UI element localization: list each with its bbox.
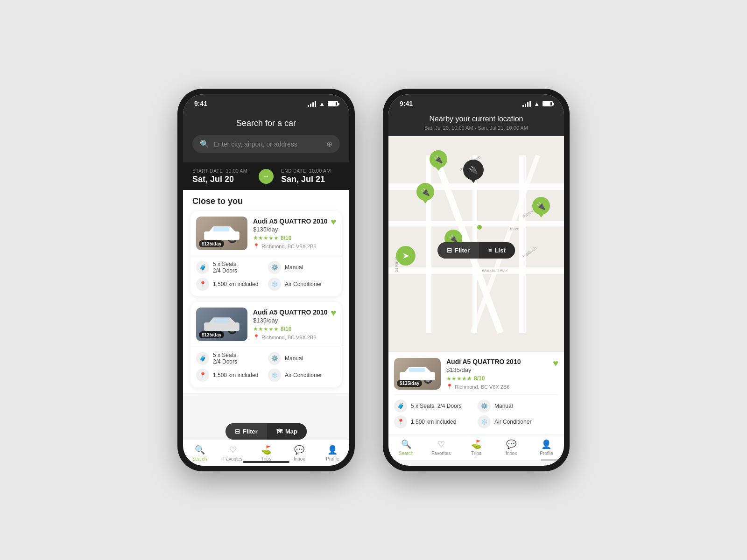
nav-favorites-2[interactable]: ♡ Favorites bbox=[423, 434, 458, 460]
start-date-block[interactable]: START DATE 10:00 AM Sat, Jul 20 bbox=[192, 168, 251, 184]
svg-rect-11 bbox=[204, 322, 240, 331]
car-card-2[interactable]: $135/day Audi A5 QUATTRO 2010 $135/day ★… bbox=[190, 302, 342, 387]
nav-inbox-2[interactable]: 💬 Inbox bbox=[494, 434, 529, 460]
spec-seats-1: 🧳 5 x Seats,2/4 Doors bbox=[196, 261, 264, 274]
signal-bar-2 bbox=[310, 104, 311, 107]
card-image: $135/day bbox=[394, 358, 441, 390]
map-pin-bubble-1: 🔌 bbox=[430, 150, 447, 168]
car-price-badge-1: $135/day bbox=[199, 240, 224, 247]
signal-bar-2-3 bbox=[527, 102, 529, 107]
transmission-icon: ⚙️ bbox=[268, 261, 281, 274]
spec-transmission-2: ⚙️ Manual bbox=[268, 352, 336, 365]
car-rating-num-2: 8/10 bbox=[281, 326, 291, 332]
map-location-button[interactable]: ➤ bbox=[396, 246, 416, 266]
card-favorite-icon[interactable]: ♥ bbox=[553, 358, 558, 390]
car-price-badge-2: $135/day bbox=[199, 331, 224, 338]
map-pin-3[interactable]: 🔌 bbox=[463, 160, 484, 180]
battery-fill bbox=[329, 102, 336, 105]
filter-label-map: Filter bbox=[455, 247, 470, 254]
search-input-wrap[interactable]: 🔍 Enter city, airport, or address ⊕ bbox=[192, 135, 340, 153]
car-rating-num-1: 8/10 bbox=[281, 235, 291, 241]
nav-profile-label-1: Profile bbox=[326, 456, 339, 462]
car-card-top-2: $135/day Audi A5 QUATTRO 2010 $135/day ★… bbox=[190, 302, 342, 347]
bottom-toolbar[interactable]: ⊟ Filter 🗺 Map bbox=[226, 423, 307, 440]
map-dot bbox=[477, 225, 482, 230]
spec-ac-text-2: Air Conditioner bbox=[285, 372, 322, 378]
date-section[interactable]: START DATE 10:00 AM Sat, Jul 20 → END DA… bbox=[183, 162, 349, 190]
car-list-section: Close to you bbox=[183, 190, 349, 393]
map-pin-1[interactable]: 🔌 bbox=[430, 150, 447, 168]
ac-icon-2: ❄️ bbox=[268, 369, 281, 382]
signal-bar-1 bbox=[308, 105, 309, 107]
nav-trips-2[interactable]: ⛳ Trips bbox=[458, 434, 493, 460]
map-header: Nearby your current location Sat, Jul 20… bbox=[388, 111, 564, 136]
car-card-1[interactable]: $135/day Audi A5 QUATTRO 2010 $135/day ★… bbox=[190, 211, 342, 296]
card-km-icon: 📍 bbox=[394, 415, 407, 428]
spec-km-text-2: 1,500 km included bbox=[213, 372, 258, 378]
battery-icon-2 bbox=[543, 101, 553, 106]
status-bar-1: 9:41 ▲ bbox=[183, 94, 349, 111]
km-icon-2: 📍 bbox=[196, 369, 209, 382]
svg-rect-33 bbox=[400, 372, 435, 380]
filter-button[interactable]: ⊟ Filter bbox=[226, 423, 267, 440]
map-icon: 🗺 bbox=[276, 428, 282, 435]
nav-search-1[interactable]: 🔍 Search bbox=[183, 440, 216, 466]
spec-ac-text-1: Air Conditioner bbox=[285, 281, 322, 287]
map-pin-2[interactable]: 🔌 bbox=[416, 183, 434, 201]
car-price-2: $135/day bbox=[253, 317, 336, 324]
nav-search-2[interactable]: 🔍 Search bbox=[388, 434, 423, 460]
map-controls[interactable]: ⊟ Filter ≡ List bbox=[437, 242, 515, 259]
map-button[interactable]: 🗺 Map bbox=[267, 423, 307, 440]
location-pin-icon-2: 📍 bbox=[253, 334, 260, 340]
card-address: Richmond, BC V6X 2B6 bbox=[455, 384, 509, 390]
car-pin-icon-2: 🔌 bbox=[421, 188, 430, 196]
svg-text:Woodruff Ave: Woodruff Ave bbox=[482, 268, 507, 273]
card-seats-icon: 🧳 bbox=[394, 399, 407, 413]
nav-trips-label-2: Trips bbox=[471, 451, 481, 456]
seats-icon-2: 🧳 bbox=[196, 352, 209, 365]
card-ac-icon: ❄️ bbox=[478, 415, 491, 428]
nav-inbox-icon-1: 💬 bbox=[294, 445, 304, 455]
car-rating-1: ★★★★★ 8/10 bbox=[253, 235, 336, 241]
card-location: 📍 Richmond, BC V6X 2B6 bbox=[446, 384, 547, 390]
section-title: Close to you bbox=[183, 190, 349, 211]
car-pin-icon-4: 🔌 bbox=[536, 202, 546, 210]
card-spec-transmission-text: Manual bbox=[494, 403, 513, 409]
search-icon: 🔍 bbox=[200, 140, 209, 148]
battery-icon bbox=[328, 101, 338, 106]
spec-seats-text-1: 5 x Seats,2/4 Doors bbox=[213, 261, 238, 274]
home-indicator-2 bbox=[541, 459, 564, 461]
list-label-map: List bbox=[495, 247, 506, 254]
favorite-icon-2[interactable]: ♥ bbox=[331, 308, 336, 318]
spec-transmission-1: ⚙️ Manual bbox=[268, 261, 336, 274]
wifi-icon: ▲ bbox=[319, 100, 325, 107]
nav-profile-2[interactable]: 👤 Profile bbox=[529, 434, 564, 460]
nav-trips-icon-2: ⛳ bbox=[471, 439, 481, 449]
signal-bar-2-1 bbox=[522, 105, 524, 107]
search-input[interactable]: Enter city, airport, or address bbox=[214, 140, 322, 148]
card-price: $135/day bbox=[446, 366, 547, 373]
spec-transmission-text-1: Manual bbox=[285, 264, 303, 271]
card-spec-seats-text: 5 x Seats, 2/4 Doors bbox=[411, 403, 462, 409]
map-area[interactable]: Parkside Ave Flatbush Woodruff Ave St Pa… bbox=[388, 136, 564, 352]
phone-2-screen: 9:41 ▲ Nearby your current location Sat,… bbox=[388, 94, 564, 466]
filter-btn-map[interactable]: ⊟ Filter bbox=[437, 242, 479, 259]
list-btn-map[interactable]: ≡ List bbox=[479, 242, 515, 259]
car-info-2: Audi A5 QUATTRO 2010 $135/day ★★★★★ 8/10… bbox=[253, 308, 336, 340]
nav-inbox-label-2: Inbox bbox=[506, 451, 517, 456]
car-pin-icon-3: 🔌 bbox=[469, 166, 478, 175]
svg-rect-13 bbox=[213, 318, 229, 322]
seats-icon: 🧳 bbox=[196, 261, 209, 274]
location-pin-icon: 📍 bbox=[253, 243, 260, 249]
car-location-2: 📍 Richmond, BC V6X 2B6 bbox=[253, 334, 336, 340]
svg-rect-4 bbox=[204, 231, 240, 240]
spec-km-text-1: 1,500 km included bbox=[213, 281, 258, 287]
gps-icon[interactable]: ⊕ bbox=[326, 140, 332, 148]
transmission-icon-2: ⚙️ bbox=[268, 352, 281, 365]
map-pin-4[interactable]: 🔌 bbox=[532, 197, 550, 215]
favorite-icon-1[interactable]: ♥ bbox=[331, 217, 336, 227]
end-date-block[interactable]: END DATE 10:00 AM San, Jul 21 bbox=[281, 168, 340, 184]
svg-rect-18 bbox=[426, 155, 431, 333]
nav-profile-1[interactable]: 👤 Profile bbox=[316, 440, 349, 466]
car-specs-1: 🧳 5 x Seats,2/4 Doors ⚙️ Manual 📍 1,500 … bbox=[190, 256, 342, 296]
